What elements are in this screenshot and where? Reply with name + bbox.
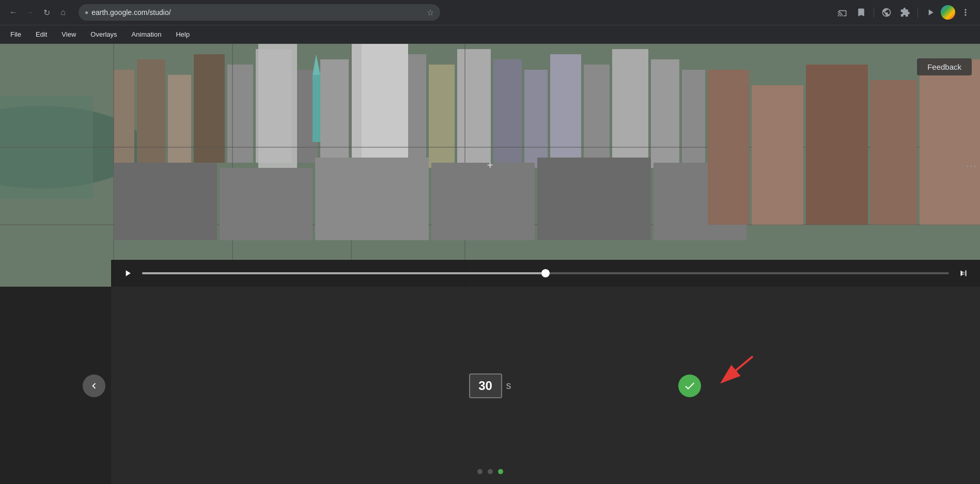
address-icon: ● [85, 9, 88, 16]
svg-rect-25 [313, 75, 320, 142]
svg-rect-38 [708, 70, 749, 225]
menu-file[interactable]: File [4, 28, 27, 40]
earth-view [0, 44, 980, 287]
duration-display: 30 s [469, 373, 511, 398]
bottom-panel: 30 s [0, 287, 980, 484]
playback-bar [111, 260, 980, 287]
svg-rect-21 [682, 70, 705, 168]
menu-help[interactable]: Help [169, 28, 196, 40]
feedback-button[interactable]: Feedback [917, 58, 972, 75]
svg-rect-40 [806, 65, 868, 225]
menu-animation[interactable]: Animation [126, 28, 168, 40]
dot-3[interactable] [498, 469, 503, 474]
home-button[interactable]: ⌂ [56, 5, 70, 20]
svg-rect-6 [194, 54, 225, 163]
media-button[interactable] [922, 4, 939, 21]
svg-rect-19 [612, 49, 648, 168]
confirm-button[interactable] [678, 374, 701, 397]
back-panel-button[interactable] [83, 374, 105, 397]
main-content: + Feedback ⋮ [0, 44, 980, 484]
menu-view[interactable]: View [55, 28, 82, 40]
svg-rect-3 [114, 70, 134, 163]
svg-rect-36 [537, 158, 651, 240]
dot-1[interactable] [477, 469, 483, 474]
star-icon[interactable]: ☆ [427, 8, 434, 18]
address-bar[interactable]: ● earth.google.com/studio/ ☆ [79, 4, 440, 21]
skip-end-button[interactable] [955, 265, 972, 282]
svg-rect-23 [258, 44, 297, 173]
svg-rect-22 [362, 44, 408, 168]
svg-rect-42 [920, 59, 980, 225]
dot-2[interactable] [488, 469, 493, 474]
svg-line-44 [722, 356, 753, 382]
toolbar-divider [874, 7, 874, 18]
svg-rect-39 [752, 85, 803, 225]
svg-rect-20 [651, 59, 679, 168]
svg-rect-35 [431, 163, 535, 240]
profile-avatar[interactable] [941, 5, 955, 20]
svg-rect-32 [114, 163, 217, 240]
svg-rect-5 [168, 75, 191, 163]
menu-edit[interactable]: Edit [29, 28, 53, 40]
browser-toolbar: ← → ↻ ⌂ ● earth.google.com/studio/ ☆ [0, 0, 980, 25]
svg-rect-18 [584, 65, 610, 168]
earth-viewport[interactable]: + Feedback ⋮ [0, 44, 980, 287]
svg-rect-14 [457, 49, 491, 168]
cast-button[interactable] [834, 4, 851, 21]
timeline-fill [142, 272, 546, 274]
reload-button[interactable]: ↻ [39, 5, 54, 20]
extensions-button[interactable] [897, 4, 913, 21]
chrome-menu-button[interactable] [957, 4, 974, 21]
address-text: earth.google.com/studio/ [91, 8, 424, 17]
menu-bar: File Edit View Overlays Animation Help [0, 25, 980, 44]
forward-browser-button[interactable]: → [23, 5, 37, 20]
toolbar-divider-2 [917, 7, 918, 18]
menu-overlays[interactable]: Overlays [84, 28, 123, 40]
svg-rect-16 [524, 70, 548, 168]
svg-rect-33 [220, 168, 313, 240]
duration-unit-label: s [506, 380, 511, 392]
browser-chrome: ← → ↻ ⌂ ● earth.google.com/studio/ ☆ [0, 0, 980, 25]
svg-rect-34 [315, 158, 429, 240]
svg-rect-41 [870, 80, 917, 225]
back-browser-button[interactable]: ← [6, 5, 21, 20]
svg-rect-15 [493, 59, 522, 168]
svg-rect-17 [550, 54, 581, 168]
nav-buttons: ← → ↻ ⌂ [6, 5, 70, 20]
play-button[interactable] [119, 265, 136, 282]
svg-rect-13 [429, 65, 455, 168]
vertical-dots-menu[interactable]: ⋮ [966, 161, 978, 169]
bookmark-button[interactable] [853, 4, 869, 21]
page-dots [477, 469, 503, 474]
timeline-thumb[interactable] [541, 269, 550, 277]
globe-button[interactable] [878, 4, 895, 21]
svg-rect-7 [227, 65, 253, 163]
toolbar-actions [834, 4, 974, 21]
duration-input[interactable]: 30 [469, 373, 502, 398]
timeline[interactable] [142, 272, 949, 274]
